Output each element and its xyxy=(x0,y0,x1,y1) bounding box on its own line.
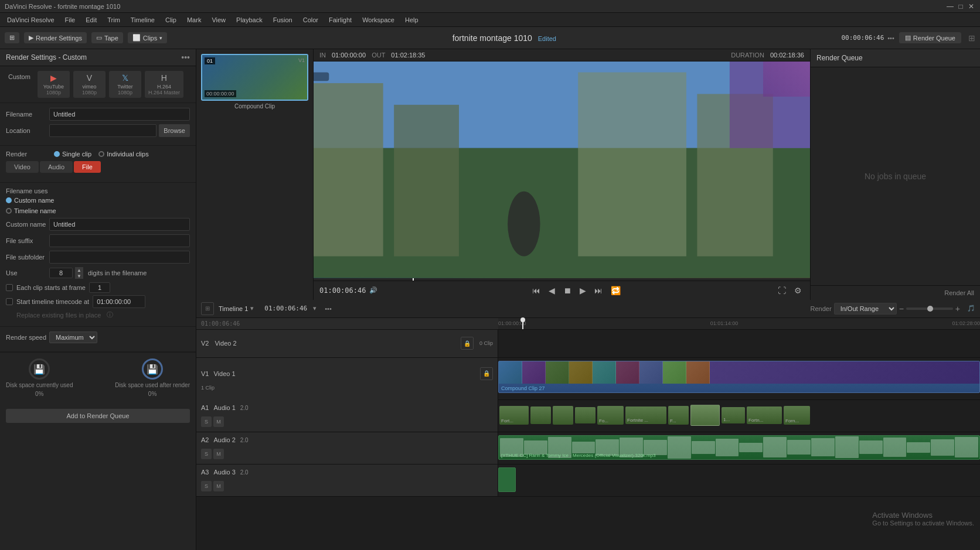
timeline-name-radio[interactable]: Timeline name xyxy=(6,207,56,214)
timecode-dropdown-icon[interactable]: ▾ xyxy=(313,305,317,312)
vimeo-preset-btn[interactable]: V vimeo 1080p xyxy=(73,71,106,98)
start-timeline-input[interactable] xyxy=(93,295,145,308)
custom-name-radio[interactable]: Custom name xyxy=(6,197,54,204)
start-timeline-label: Start timeline timecode at xyxy=(16,298,89,305)
track-a2-m-btn[interactable]: M xyxy=(213,449,224,459)
a1-clip-9[interactable]: 1... xyxy=(722,407,745,423)
ruler-times[interactable]: 01:00:00:00 01:01:14:00 01:02:28:00 xyxy=(498,318,980,329)
track-v2-lock-icon[interactable]: 🔒 xyxy=(461,337,474,350)
timeline-ruler: 01:00:06:46 01:00:00:00 01:01:14:00 01:0… xyxy=(196,318,980,330)
track-a3-s-btn[interactable]: S xyxy=(201,481,212,491)
menu-playback[interactable]: Playback xyxy=(232,15,267,25)
individual-clips-radio[interactable]: Individual clips xyxy=(98,151,149,158)
settings-btn[interactable]: ⚙ xyxy=(792,285,804,296)
track-a2-s-btn[interactable]: S xyxy=(201,449,212,459)
render-mode-select[interactable]: In/Out Range Entire Timeline xyxy=(834,303,897,315)
browse-btn[interactable]: Browse xyxy=(159,124,190,137)
skip-start-btn[interactable]: ⏮ xyxy=(530,285,543,296)
digits-down-arrow[interactable]: ▼ xyxy=(75,273,83,279)
fullscreen-btn[interactable]: ⛶ xyxy=(775,285,788,296)
a2-main-clip[interactable]: [YTHUE CC] Rarin & Tommy Ice - Mercedes … xyxy=(498,435,980,460)
render-queue-btn[interactable]: ▤ Render Queue xyxy=(899,32,961,43)
digits-input[interactable] xyxy=(49,268,73,278)
custom-preset-btn[interactable]: Custom xyxy=(5,71,34,98)
zoom-handle[interactable] xyxy=(927,306,933,312)
menu-timeline[interactable]: Timeline xyxy=(126,15,159,25)
panel-options-btn[interactable]: ••• xyxy=(181,53,190,62)
close-btn[interactable]: ✕ xyxy=(967,2,975,11)
start-timeline-checkbox[interactable] xyxy=(6,298,13,305)
render-settings-panel: Render Settings - Custom ••• Custom ▶ Yo… xyxy=(0,49,196,550)
loop-btn[interactable]: 🔁 xyxy=(608,285,623,296)
twitter-preset-btn[interactable]: 𝕏 Twitter 1080p xyxy=(109,71,141,98)
render-speed-select[interactable]: Maximum Normal xyxy=(49,332,97,343)
a1-clip-7[interactable]: F... xyxy=(668,406,689,425)
volume-icon[interactable]: 🔊 xyxy=(369,286,377,294)
menu-view[interactable]: View xyxy=(207,15,230,25)
h264-preset-btn[interactable]: H H.264 H.264 Master xyxy=(145,71,183,98)
track-a1-m-btn[interactable]: M xyxy=(213,416,224,427)
timeline-dropdown-icon[interactable]: ▾ xyxy=(250,305,254,312)
expand-icon[interactable]: ⊞ xyxy=(968,33,975,43)
a1-clip-8[interactable] xyxy=(690,405,720,426)
file-subfolder-input[interactable] xyxy=(49,251,190,264)
tab-audio[interactable]: Audio xyxy=(40,161,73,173)
custom-name-input[interactable] xyxy=(49,218,190,231)
menu-fusion[interactable]: Fusion xyxy=(268,15,297,25)
menu-mark[interactable]: Mark xyxy=(182,15,206,25)
render-all-btn[interactable]: Render All xyxy=(811,285,980,300)
track-a1-label: A1 Audio 1 2.0 S M xyxy=(196,400,498,432)
single-clip-radio[interactable]: Single clip xyxy=(54,151,91,158)
a1-clip-10[interactable]: Fortn... xyxy=(747,406,782,424)
a3-clip-1[interactable] xyxy=(498,467,516,492)
file-suffix-input[interactable] xyxy=(49,234,190,247)
a1-clip-1[interactable]: Fort... xyxy=(499,406,529,425)
stop-btn[interactable]: ⏹ xyxy=(561,285,574,296)
menu-davinci[interactable]: DaVinci Resolve xyxy=(2,15,59,25)
filename-input[interactable] xyxy=(49,108,190,121)
toolbar-icon-btn[interactable]: ⊞ xyxy=(5,32,19,43)
skip-end-btn[interactable]: ⏭ xyxy=(592,285,605,296)
track-a1-s-btn[interactable]: S xyxy=(201,416,212,427)
a1-clip-3[interactable] xyxy=(553,406,573,425)
tab-file[interactable]: File xyxy=(74,161,101,173)
timeline-grid-icon[interactable]: ⊞ xyxy=(201,302,214,315)
zoom-plus-btn[interactable]: + xyxy=(955,304,960,313)
playhead[interactable] xyxy=(522,318,523,329)
a1-clip-11[interactable]: Forn... xyxy=(784,406,810,425)
more-options-icon[interactable]: ••• xyxy=(887,35,894,42)
track-a3-m-btn[interactable]: M xyxy=(213,481,224,491)
menu-help[interactable]: Help xyxy=(400,15,423,25)
tape-btn[interactable]: ▭ Tape xyxy=(91,32,123,43)
location-input[interactable] xyxy=(49,124,156,137)
digits-up-arrow[interactable]: ▲ xyxy=(75,267,83,273)
timeline-scrubber[interactable] xyxy=(314,278,810,281)
track-v1-lock-icon[interactable]: 🔒 xyxy=(480,367,493,380)
a1-clip-2[interactable] xyxy=(530,406,551,424)
minimize-btn[interactable]: — xyxy=(946,2,954,11)
zoom-minus-btn[interactable]: − xyxy=(899,304,904,313)
clips-btn[interactable]: ⬜ Clips ▾ xyxy=(128,32,167,43)
timeline-more-icon[interactable]: ••• xyxy=(325,305,332,312)
compound-clip-v1[interactable]: Compound Clip 27 xyxy=(498,361,980,393)
menu-edit[interactable]: Edit xyxy=(81,15,101,25)
track-v2-content[interactable] xyxy=(498,330,980,357)
add-to-render-queue-btn[interactable]: Add to Render Queue xyxy=(6,409,190,423)
menu-clip[interactable]: Clip xyxy=(161,15,181,25)
menu-color[interactable]: Color xyxy=(298,15,323,25)
a1-clip-4[interactable] xyxy=(575,407,596,423)
menu-fairlight[interactable]: Fairlight xyxy=(324,15,356,25)
youtube-preset-btn[interactable]: ▶ YouTube 1080p xyxy=(38,71,70,98)
play-btn[interactable]: ▶ xyxy=(577,285,588,296)
tab-video[interactable]: Video xyxy=(6,161,39,173)
render-settings-btn[interactable]: ▶ Render Settings xyxy=(24,32,87,43)
each-clip-checkbox[interactable] xyxy=(6,284,13,291)
menu-file[interactable]: File xyxy=(60,15,80,25)
menu-trim[interactable]: Trim xyxy=(103,15,125,25)
a1-clip-5[interactable]: Fo... xyxy=(597,406,624,425)
a1-clip-6[interactable]: Fortnite ... xyxy=(625,406,666,424)
maximize-btn[interactable]: □ xyxy=(957,2,965,11)
each-clip-frame-input[interactable] xyxy=(89,282,110,293)
prev-frame-btn[interactable]: ◀ xyxy=(546,285,557,296)
menu-workspace[interactable]: Workspace xyxy=(358,15,399,25)
